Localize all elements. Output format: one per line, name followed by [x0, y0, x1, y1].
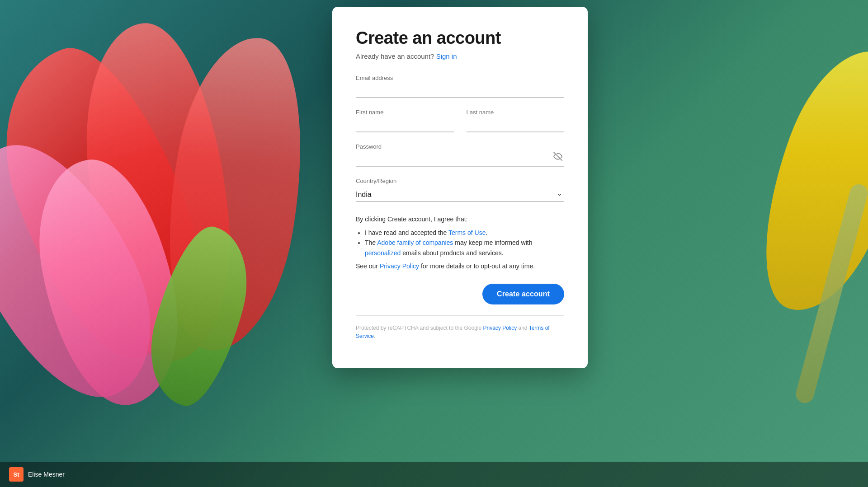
- signin-prompt: Already have an account? Sign in: [356, 52, 564, 60]
- terms-of-use-link[interactable]: Terms of Use: [448, 229, 486, 236]
- terms-item-1: I have read and accepted the Terms of Us…: [365, 228, 564, 238]
- email-field-group: Email address: [356, 75, 564, 98]
- lastname-input[interactable]: [467, 118, 565, 132]
- user-name: Elise Mesner: [28, 471, 65, 478]
- firstname-label: First name: [356, 109, 454, 116]
- create-account-button[interactable]: Create account: [482, 284, 564, 304]
- create-btn-wrapper: Create account: [356, 284, 564, 304]
- privacy-policy-link[interactable]: Privacy Policy: [380, 262, 419, 270]
- firstname-field-group: First name: [356, 109, 454, 132]
- toggle-password-icon[interactable]: [553, 152, 562, 163]
- privacy-note: See our Privacy Policy for more details …: [356, 262, 564, 271]
- recaptcha-notice: Protected by reCAPTCHA and subject to th…: [356, 324, 564, 340]
- email-label: Email address: [356, 75, 564, 81]
- firstname-input[interactable]: [356, 118, 454, 132]
- password-input[interactable]: [356, 153, 564, 167]
- terms-section: By clicking Create account, I agree that…: [356, 215, 564, 271]
- recaptcha-privacy-link[interactable]: Privacy Policy: [483, 325, 517, 331]
- email-input[interactable]: [356, 84, 564, 98]
- avatar: St: [9, 467, 24, 482]
- adobe-family-link[interactable]: Adobe family of companies: [377, 239, 453, 246]
- modal-title: Create an account: [356, 28, 564, 48]
- terms-item-2: The Adobe family of companies may keep m…: [365, 238, 564, 258]
- country-select-wrapper: India United States United Kingdom Austr…: [356, 188, 564, 202]
- terms-intro: By clicking Create account, I agree that…: [356, 215, 564, 224]
- flower-yellow: [735, 34, 868, 327]
- country-field-group: Country/Region India United States Unite…: [356, 178, 564, 202]
- name-row: First name Last name: [356, 109, 564, 132]
- password-field-group: Password: [356, 143, 564, 167]
- password-label: Password: [356, 143, 564, 150]
- lastname-label: Last name: [467, 109, 565, 116]
- terms-list: I have read and accepted the Terms of Us…: [356, 228, 564, 258]
- country-label: Country/Region: [356, 178, 564, 184]
- bottom-bar: St Elise Mesner: [0, 462, 868, 487]
- personalized-link[interactable]: personalized: [365, 249, 401, 257]
- lastname-field-group: Last name: [467, 109, 565, 132]
- divider: [356, 315, 564, 316]
- password-wrapper: [356, 153, 564, 167]
- create-account-modal: Create an account Already have an accoun…: [332, 7, 588, 368]
- signin-link[interactable]: Sign in: [436, 52, 457, 60]
- country-select[interactable]: India United States United Kingdom Austr…: [356, 188, 564, 201]
